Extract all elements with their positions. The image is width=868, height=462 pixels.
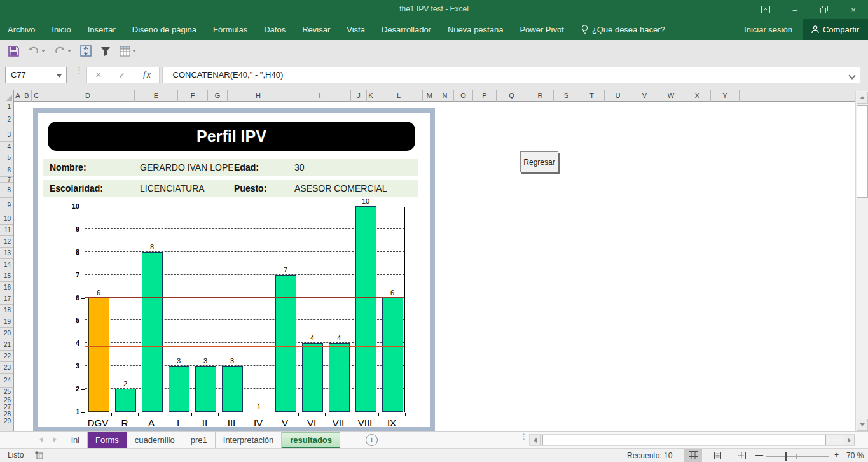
column-header-I[interactable]: I	[289, 90, 351, 102]
row-header-12[interactable]: 12	[0, 236, 13, 248]
column-header-W[interactable]: W	[658, 90, 684, 102]
vertical-scroll-thumb[interactable]	[857, 105, 868, 198]
sheet-nav-right-icon[interactable]	[53, 437, 57, 442]
column-header-C[interactable]: C	[32, 90, 41, 102]
row-header-9[interactable]: 9	[0, 198, 13, 213]
column-header-G[interactable]: G	[208, 90, 228, 102]
column-header-R[interactable]: R	[527, 90, 554, 102]
sheet-tab-ini[interactable]: ini	[64, 432, 88, 448]
column-header-X[interactable]: X	[684, 90, 711, 102]
zoom-in-button[interactable]: +	[834, 451, 839, 459]
horizontal-scroll-thumb[interactable]	[542, 435, 826, 445]
formula-input[interactable]: =CONCATENAR(E40," - ",H40)	[162, 67, 860, 83]
column-header-D[interactable]: D	[41, 90, 135, 102]
column-header-H[interactable]: H	[228, 90, 289, 102]
ribbon-tab-datos[interactable]: Datos	[256, 19, 294, 40]
zoom-out-button[interactable]: —	[755, 451, 763, 459]
row-header-29[interactable]: 29	[0, 417, 13, 424]
column-header-F[interactable]: F	[178, 90, 208, 102]
row-header-20[interactable]: 20	[0, 328, 13, 339]
vertical-scrollbar[interactable]	[855, 91, 868, 431]
enter-icon[interactable]: ✓	[118, 70, 126, 80]
row-header-1[interactable]: 1	[0, 102, 13, 111]
close-button[interactable]: ×	[839, 0, 868, 19]
column-header-V[interactable]: V	[631, 90, 658, 102]
sheet-tab-pre1[interactable]: pre1	[183, 432, 216, 448]
controls-icon[interactable]	[77, 43, 95, 59]
sheet-tab-forms[interactable]: Forms	[88, 432, 127, 448]
column-header-K[interactable]: K	[367, 90, 375, 102]
column-header-N[interactable]: N	[436, 90, 454, 102]
row-header-6[interactable]: 6	[0, 164, 13, 177]
sheet-tab-interpretaci-n[interactable]: Interpretación	[216, 432, 282, 448]
sheet-tab-cuadernillo[interactable]: cuadernillo	[127, 432, 183, 448]
column-header-L[interactable]: L	[375, 90, 423, 102]
column-header-Y[interactable]: Y	[711, 90, 740, 102]
scroll-down-icon[interactable]	[857, 419, 868, 431]
row-header-27[interactable]: 27	[0, 403, 13, 410]
zoom-level[interactable]: 70 %	[846, 451, 864, 460]
ribbon-tab-dise-o-de-p-gina[interactable]: Diseño de página	[124, 19, 205, 40]
page-break-view-icon[interactable]	[733, 449, 750, 462]
ribbon-tab-desarrollador[interactable]: Desarrollador	[373, 19, 439, 40]
scroll-right-icon[interactable]	[844, 435, 855, 445]
name-box[interactable]: C77	[5, 67, 67, 83]
ribbon-tab-vista[interactable]: Vista	[338, 19, 373, 40]
row-header-3[interactable]: 3	[0, 127, 13, 142]
row-header-21[interactable]: 21	[0, 339, 13, 351]
row-header-7[interactable]: 7	[0, 177, 13, 183]
column-header-E[interactable]: E	[135, 90, 178, 102]
row-header-16[interactable]: 16	[0, 282, 13, 293]
redo-icon[interactable]	[51, 43, 74, 59]
row-header-25[interactable]: 25	[0, 388, 13, 396]
scroll-up-icon[interactable]	[857, 92, 868, 104]
column-header-B[interactable]: B	[22, 90, 32, 102]
row-header-2[interactable]: 2	[0, 111, 13, 127]
row-header-23[interactable]: 23	[0, 362, 13, 374]
name-box-dropdown-icon[interactable]	[57, 74, 62, 78]
sheet-tab-resultados[interactable]: resultados	[282, 432, 340, 448]
row-header-28[interactable]: 28	[0, 410, 13, 417]
row-header-13[interactable]: 13	[0, 248, 13, 259]
regresar-button[interactable]: Regresar	[520, 151, 558, 172]
row-header-26[interactable]: 26	[0, 396, 13, 403]
ribbon-tab-nueva-pesta-a[interactable]: Nueva pestaña	[439, 19, 511, 40]
row-header-11[interactable]: 11	[0, 225, 13, 236]
column-header-M[interactable]: M	[423, 90, 436, 102]
column-header-O[interactable]: O	[454, 90, 473, 102]
normal-view-icon[interactable]	[684, 449, 702, 462]
row-header-15[interactable]: 15	[0, 270, 13, 282]
sheet-nav-left-icon[interactable]	[39, 437, 43, 442]
column-header-A[interactable]: A	[14, 90, 22, 102]
sheet-grid[interactable]: 1234567891011121314151617181920212223242…	[0, 102, 855, 431]
zoom-slider[interactable]	[766, 456, 829, 457]
insert-function-icon[interactable]: ƒx	[142, 70, 151, 80]
macro-record-icon[interactable]	[35, 451, 43, 459]
tell-me-box[interactable]: ¿Qué desea hacer?	[581, 25, 665, 34]
ribbon-tab-power-pivot[interactable]: Power Pivot	[511, 19, 572, 40]
expand-formula-bar-icon[interactable]	[848, 72, 855, 79]
ribbon-tab-inicio[interactable]: Inicio	[43, 19, 79, 40]
row-header-4[interactable]: 4	[0, 142, 13, 151]
filter-icon[interactable]	[97, 43, 114, 59]
row-header-19[interactable]: 19	[0, 316, 13, 328]
ribbon-display-options-icon[interactable]	[751, 0, 780, 19]
row-header-22[interactable]: 22	[0, 351, 13, 362]
row-header-14[interactable]: 14	[0, 259, 13, 270]
row-header-8[interactable]: 8	[0, 183, 13, 198]
page-layout-view-icon[interactable]	[708, 449, 726, 462]
column-header-P[interactable]: P	[473, 90, 497, 102]
cancel-icon[interactable]: ×	[95, 69, 101, 81]
borders-icon[interactable]	[116, 43, 139, 59]
zoom-slider-thumb[interactable]	[785, 452, 787, 461]
column-header-S[interactable]: S	[554, 90, 579, 102]
horizontal-scrollbar[interactable]	[529, 434, 855, 446]
ribbon-tab-f-rmulas[interactable]: Fórmulas	[205, 19, 256, 40]
row-header-10[interactable]: 10	[0, 213, 13, 225]
row-header-17[interactable]: 17	[0, 293, 13, 305]
column-header-Q[interactable]: Q	[497, 90, 527, 102]
restore-button[interactable]	[809, 0, 839, 19]
save-icon[interactable]	[5, 43, 22, 59]
row-header-18[interactable]: 18	[0, 305, 13, 316]
new-sheet-button[interactable]: +	[366, 434, 378, 446]
